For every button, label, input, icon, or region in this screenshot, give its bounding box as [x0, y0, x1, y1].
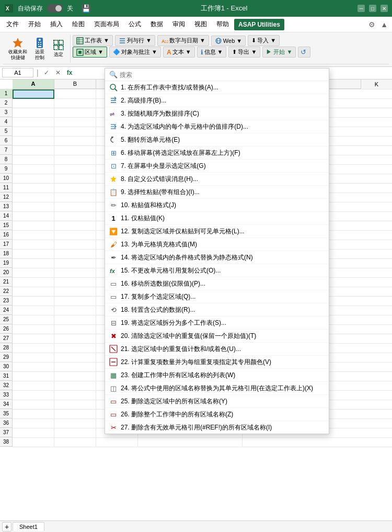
window-maximize[interactable]: □: [369, 5, 376, 12]
window-close[interactable]: ✕: [381, 5, 388, 12]
info-btn[interactable]: ℹ 信息 ▼: [197, 47, 227, 58]
cell-A10[interactable]: [13, 174, 54, 184]
menu-start[interactable]: 开始: [24, 18, 45, 31]
cell-reference[interactable]: [2, 68, 33, 77]
cell-A14[interactable]: [13, 212, 54, 221]
menu-entry-19[interactable]: ⊟19. 将选定区域拆分为多个工作表(S)...: [105, 316, 329, 330]
menu-insert[interactable]: 插入: [46, 18, 67, 31]
start-btn[interactable]: ▶ 开始 ▼: [262, 47, 296, 58]
cell-B8[interactable]: [54, 155, 96, 165]
web-btn[interactable]: Web ▼: [211, 36, 246, 46]
search-input[interactable]: [120, 71, 325, 78]
cell-A30[interactable]: [13, 363, 54, 372]
remote-control-btn[interactable]: 远景控制: [30, 36, 49, 62]
cell-B4[interactable]: [54, 118, 96, 127]
cell-A37[interactable]: [13, 428, 54, 438]
menu-help[interactable]: 帮助: [212, 18, 233, 31]
cell-B2[interactable]: [54, 99, 96, 108]
menu-entry-12[interactable]: 🔽12. 复制选定区域并仅粘贴到可见单元格(L)...: [105, 225, 329, 238]
col-header-B[interactable]: B: [54, 80, 96, 88]
menu-entry-15[interactable]: fx15. 不更改单元格引用复制公式(O)...: [105, 264, 329, 277]
cell-B11[interactable]: [54, 184, 96, 193]
cell-A1[interactable]: [13, 89, 54, 99]
menu-formula[interactable]: 公式: [124, 18, 145, 31]
menu-view[interactable]: 视图: [190, 18, 211, 31]
cell-B6[interactable]: [54, 137, 96, 146]
cell-A9[interactable]: [13, 165, 54, 174]
cell-A32[interactable]: [13, 381, 54, 391]
save-icon[interactable]: 💾: [82, 4, 90, 13]
cell-B3[interactable]: [54, 108, 96, 118]
cell-A11[interactable]: [13, 184, 54, 193]
cell-B24[interactable]: [54, 306, 96, 315]
cell-A13[interactable]: [13, 202, 54, 212]
cell-B29[interactable]: [54, 353, 96, 363]
range-btn[interactable]: 区域 ▼: [73, 47, 107, 58]
cell-B28[interactable]: [54, 344, 96, 353]
menu-entry-21[interactable]: 21. 选定区域中的重复值计数和/或着色(U)...: [105, 343, 329, 356]
cell-A27[interactable]: [13, 334, 54, 344]
selection-btn[interactable]: 选定: [50, 38, 67, 59]
cell-A20[interactable]: [13, 268, 54, 278]
cell-A23[interactable]: [13, 297, 54, 306]
cell-B26[interactable]: [54, 325, 96, 334]
cell-B19[interactable]: [54, 259, 96, 268]
cell-B38[interactable]: [54, 438, 96, 447]
ribbon-settings[interactable]: ⚙: [366, 18, 377, 31]
window-minimize[interactable]: ─: [358, 5, 365, 12]
col-header-A[interactable]: A: [13, 80, 54, 88]
cell-A34[interactable]: [13, 400, 54, 410]
menu-entry-27[interactable]: ✂27. 删除含有无效单元格引用(#REF!)的所有区域名称(I): [105, 421, 329, 434]
cell-D38[interactable]: [138, 438, 243, 447]
menu-entry-20[interactable]: ✖20. 清除选定区域中的重复值(保留一个原始值)(T): [105, 330, 329, 343]
menu-entry-4[interactable]: 4. 为选定区域内的每个单元格中的值排序(D)...: [105, 120, 329, 133]
menu-entry-6[interactable]: ⊞6. 移动屏幕(将选定区域放在屏幕左上方)(F): [105, 146, 329, 160]
menu-entry-13[interactable]: 🖌13. 为单元格填充格式值(M): [105, 238, 329, 251]
menu-entry-8[interactable]: 8. 自定义公式错误消息(H)...: [105, 173, 329, 186]
col-header-K[interactable]: K: [361, 80, 392, 89]
cell-A19[interactable]: [13, 259, 54, 268]
cell-B5[interactable]: [54, 127, 96, 137]
menu-review[interactable]: 审阅: [168, 18, 189, 31]
cell-A26[interactable]: [13, 325, 54, 334]
cell-B13[interactable]: [54, 202, 96, 212]
menu-entry-7[interactable]: ⊡7. 在屏幕中央显示选定区域(G): [105, 160, 329, 173]
cell-A6[interactable]: [13, 137, 54, 146]
cell-A31[interactable]: [13, 372, 54, 381]
export-btn[interactable]: ⬆ 导出 ▼: [228, 47, 260, 58]
columns-rows-btn[interactable]: 列与行 ▼: [115, 35, 155, 46]
menu-entry-5[interactable]: 5. 翻转所选单元格(E): [105, 133, 329, 146]
cell-A2[interactable]: [13, 99, 54, 108]
menu-asap-utilities[interactable]: ASAP Utilities: [234, 19, 284, 30]
cell-A21[interactable]: [13, 278, 54, 287]
cell-A5[interactable]: [13, 127, 54, 137]
menu-entry-16[interactable]: ▭16. 移动所选数据(仅限值)(P)...: [105, 277, 329, 290]
cell-B23[interactable]: [54, 297, 96, 306]
menu-entry-22[interactable]: 22. 计算重复项数量并为每组重复项指定其专用颜色(V): [105, 356, 329, 369]
cell-B37[interactable]: [54, 428, 96, 438]
cell-B12[interactable]: [54, 193, 96, 202]
cell-A3[interactable]: [13, 108, 54, 118]
menu-entry-14[interactable]: ✒14. 将选定区域内的条件格式替换为静态格式(N): [105, 251, 329, 264]
cell-A15[interactable]: [13, 221, 54, 231]
cell-A12[interactable]: [13, 193, 54, 202]
sheet-tab-1[interactable]: Sheet1: [13, 522, 44, 531]
cell-B15[interactable]: [54, 221, 96, 231]
menu-data[interactable]: 数据: [146, 18, 167, 31]
favorites-shortcuts-btn[interactable]: 收藏夹和快捷键: [6, 36, 29, 62]
cell-B31[interactable]: [54, 372, 96, 381]
menu-page-layout[interactable]: 页面布局: [90, 18, 123, 31]
cell-A36[interactable]: [13, 419, 54, 428]
cell-A16[interactable]: [13, 231, 54, 240]
cell-B1[interactable]: [54, 89, 96, 99]
menu-file[interactable]: 文件: [2, 18, 23, 31]
cell-B17[interactable]: [54, 240, 96, 250]
cell-B27[interactable]: [54, 334, 96, 344]
menu-entry-3[interactable]: ⇌3. 按随机顺序为数据排序(C): [105, 107, 329, 120]
cell-B34[interactable]: [54, 400, 96, 410]
refresh-btn[interactable]: ↺: [298, 47, 310, 58]
cell-B30[interactable]: [54, 363, 96, 372]
menu-entry-10[interactable]: ✏10. 粘贴值和格式(J): [105, 199, 329, 212]
cell-B25[interactable]: [54, 315, 96, 325]
cell-B18[interactable]: [54, 250, 96, 259]
